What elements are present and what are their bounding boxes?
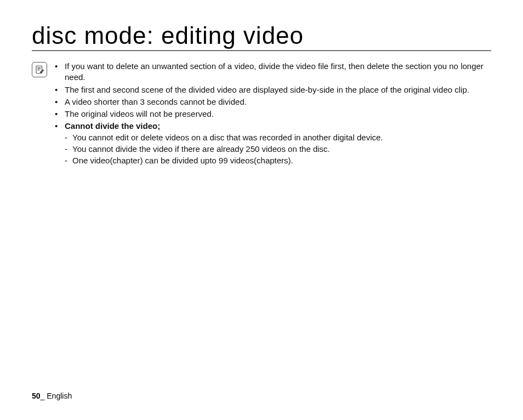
bullet-text: A video shorter than 3 seconds cannot be… <box>65 97 247 106</box>
bullet-item: Cannot divide the video; You cannot edit… <box>55 121 491 166</box>
bullet-item: A video shorter than 3 seconds cannot be… <box>55 97 491 107</box>
bullet-text-bold: Cannot divide the video; <box>65 121 160 130</box>
footer-separator: _ <box>41 391 47 400</box>
bullet-item: If you want to delete an unwanted sectio… <box>55 61 491 83</box>
bullet-text: The first and second scene of the divide… <box>65 85 469 94</box>
footer-language: English <box>47 391 72 400</box>
bullet-item: The original videos will not be preserve… <box>55 109 491 120</box>
sub-bullet-text: You cannot divide the video if there are… <box>72 144 330 154</box>
note-block: If you want to delete an unwanted sectio… <box>32 61 491 167</box>
sub-bullet-text: One video(chapter) can be divided upto 9… <box>72 156 293 165</box>
sub-bullet-item: You cannot edit or delete videos on a di… <box>65 132 491 143</box>
edit-note-icon <box>32 62 47 77</box>
bullet-item: The first and second scene of the divide… <box>55 84 491 95</box>
bullet-text: If you want to delete an unwanted sectio… <box>65 61 484 82</box>
sub-bullet-item: One video(chapter) can be divided upto 9… <box>65 155 491 166</box>
sub-bullet-list: You cannot edit or delete videos on a di… <box>65 132 491 167</box>
sub-bullet-item: You cannot divide the video if there are… <box>65 144 491 155</box>
page-footer: 50_ English <box>32 391 72 400</box>
bullet-text: The original videos will not be preserve… <box>65 109 214 118</box>
note-bullet-list: If you want to delete an unwanted sectio… <box>55 61 491 167</box>
page-number: 50 <box>32 391 41 400</box>
page-title: disc mode: editing video <box>32 22 491 51</box>
manual-page: disc mode: editing video If you want to … <box>0 0 523 420</box>
sub-bullet-text: You cannot edit or delete videos on a di… <box>72 133 383 142</box>
